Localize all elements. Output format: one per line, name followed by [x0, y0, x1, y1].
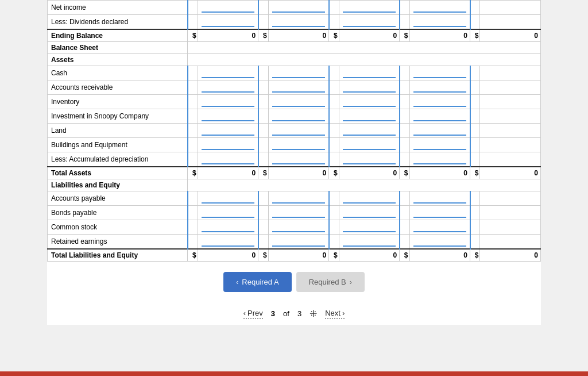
cell-input[interactable] [202, 208, 254, 218]
input-cell[interactable] [339, 124, 400, 138]
cell-input[interactable] [272, 97, 325, 107]
cell-input[interactable] [202, 140, 254, 150]
input-cell[interactable] [198, 206, 258, 220]
cell-input[interactable] [413, 2, 466, 13]
input-cell[interactable] [268, 138, 329, 152]
cell-input[interactable] [343, 193, 396, 204]
input-cell[interactable] [268, 220, 329, 235]
input-cell[interactable] [268, 15, 329, 30]
cell-input[interactable] [413, 68, 466, 78]
input-cell[interactable] [198, 191, 258, 206]
input-cell[interactable] [339, 138, 400, 152]
required-b-button[interactable]: Required B › [296, 272, 365, 292]
cell-input[interactable] [413, 154, 466, 164]
input-cell[interactable] [268, 66, 329, 80]
input-cell[interactable] [409, 220, 470, 235]
cell-input[interactable] [202, 97, 254, 107]
cell-input[interactable] [343, 82, 396, 93]
cell-input[interactable] [343, 68, 396, 78]
input-cell[interactable] [339, 1, 400, 15]
input-cell[interactable] [268, 109, 329, 124]
next-link[interactable]: Next › [325, 309, 345, 319]
cell-input[interactable] [272, 154, 325, 164]
cell-input[interactable] [272, 17, 325, 27]
input-cell[interactable] [409, 95, 470, 109]
input-cell[interactable] [198, 138, 258, 152]
input-cell[interactable] [409, 109, 470, 124]
cell-input[interactable] [202, 193, 254, 204]
cell-input[interactable] [343, 125, 396, 136]
input-cell[interactable] [268, 235, 329, 250]
cell-input[interactable] [343, 140, 396, 150]
input-cell[interactable] [339, 66, 400, 80]
cell-input[interactable] [202, 2, 254, 13]
input-cell[interactable] [268, 1, 329, 15]
input-cell[interactable] [339, 220, 400, 235]
input-cell[interactable] [409, 15, 470, 30]
cell-input[interactable] [272, 193, 325, 204]
input-cell[interactable] [409, 235, 470, 250]
cell-input[interactable] [343, 236, 396, 247]
input-cell[interactable] [339, 191, 400, 206]
input-cell[interactable] [268, 80, 329, 95]
cell-input[interactable] [343, 111, 396, 121]
cell-input[interactable] [272, 125, 325, 136]
input-cell[interactable] [198, 220, 258, 235]
cell-input[interactable] [272, 82, 325, 93]
input-cell[interactable] [339, 235, 400, 250]
input-cell[interactable] [198, 66, 258, 80]
cell-input[interactable] [202, 68, 254, 78]
input-cell[interactable] [198, 124, 258, 138]
cell-input[interactable] [413, 97, 466, 107]
cell-input[interactable] [202, 125, 254, 136]
input-cell[interactable] [268, 191, 329, 206]
cell-input[interactable] [413, 140, 466, 150]
input-cell[interactable] [268, 124, 329, 138]
prev-link[interactable]: ‹ Prev [243, 309, 263, 319]
cell-input[interactable] [272, 68, 325, 78]
input-cell[interactable] [268, 152, 329, 167]
input-cell[interactable] [198, 80, 258, 95]
cell-input[interactable] [272, 208, 325, 218]
cell-input[interactable] [202, 154, 254, 164]
input-cell[interactable] [198, 15, 258, 30]
cell-input[interactable] [343, 154, 396, 164]
input-cell[interactable] [339, 15, 400, 30]
cell-input[interactable] [343, 97, 396, 107]
grid-icon[interactable]: ⁜ [310, 308, 317, 319]
cell-input[interactable] [413, 236, 466, 247]
cell-input[interactable] [202, 236, 254, 247]
cell-input[interactable] [343, 222, 396, 232]
input-cell[interactable] [409, 152, 470, 167]
input-cell[interactable] [268, 206, 329, 220]
input-cell[interactable] [339, 206, 400, 220]
input-cell[interactable] [198, 152, 258, 167]
cell-input[interactable] [413, 82, 466, 93]
input-cell[interactable] [409, 191, 470, 206]
input-cell[interactable] [409, 206, 470, 220]
cell-input[interactable] [202, 82, 254, 93]
cell-input[interactable] [202, 111, 254, 121]
cell-input[interactable] [272, 140, 325, 150]
input-cell[interactable] [198, 1, 258, 15]
input-cell[interactable] [339, 109, 400, 124]
cell-input[interactable] [413, 222, 466, 232]
cell-input[interactable] [272, 2, 325, 13]
input-cell[interactable] [339, 152, 400, 167]
input-cell[interactable] [409, 124, 470, 138]
input-cell[interactable] [409, 1, 470, 15]
cell-input[interactable] [202, 222, 254, 232]
cell-input[interactable] [343, 2, 396, 13]
input-cell[interactable] [198, 109, 258, 124]
cell-input[interactable] [413, 193, 466, 204]
cell-input[interactable] [202, 17, 254, 27]
cell-input[interactable] [413, 17, 466, 27]
input-cell[interactable] [198, 95, 258, 109]
cell-input[interactable] [272, 236, 325, 247]
input-cell[interactable] [268, 95, 329, 109]
cell-input[interactable] [343, 208, 396, 218]
input-cell[interactable] [339, 80, 400, 95]
cell-input[interactable] [343, 17, 396, 27]
cell-input[interactable] [413, 111, 466, 121]
cell-input[interactable] [272, 222, 325, 232]
